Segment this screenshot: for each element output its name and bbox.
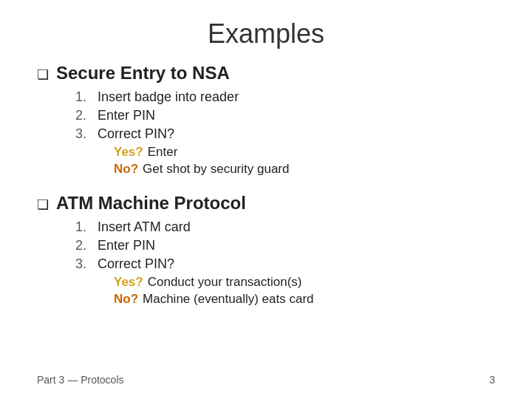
item-number: 3. [75, 256, 92, 272]
list-item: 3. Correct PIN? [75, 126, 495, 142]
section-nsa: ❏ Secure Entry to NSA 1. Insert badge in… [37, 63, 495, 177]
sub-item-no: No? Machine (eventually) eats card [114, 292, 495, 307]
section-atm-header: ❏ ATM Machine Protocol [37, 193, 495, 214]
list-item: 3. Correct PIN? [75, 256, 495, 272]
bullet-nsa: ❏ [37, 66, 49, 83]
no-label: No? [114, 292, 138, 307]
item-text: Correct PIN? [98, 126, 174, 142]
yes-label: Yes? [114, 275, 143, 290]
list-item: 1. Insert badge into reader [75, 89, 495, 105]
atm-list: 1. Insert ATM card 2. Enter PIN 3. Corre… [75, 219, 495, 307]
item-number: 3. [75, 126, 92, 142]
nsa-sub-items: Yes? Enter No? Get shot by security guar… [114, 145, 495, 177]
section-atm-title: ATM Machine Protocol [56, 193, 246, 214]
item-text: Enter PIN [98, 238, 155, 253]
sub-item-no: No? Get shot by security guard [114, 162, 495, 177]
no-text: Machine (eventually) eats card [143, 292, 314, 307]
no-text: Get shot by security guard [143, 162, 289, 177]
item-text: Correct PIN? [98, 256, 174, 272]
list-item: 2. Enter PIN [75, 238, 495, 253]
atm-sub-items: Yes? Conduct your transaction(s) No? Mac… [114, 275, 495, 307]
item-number: 1. [75, 219, 92, 235]
item-number: 2. [75, 108, 92, 123]
no-label: No? [114, 162, 138, 177]
item-number: 2. [75, 238, 92, 253]
section-atm: ❏ ATM Machine Protocol 1. Insert ATM car… [37, 193, 495, 307]
sub-item-yes: Yes? Conduct your transaction(s) [114, 275, 495, 290]
page-title: Examples [37, 18, 495, 50]
section-nsa-header: ❏ Secure Entry to NSA [37, 63, 495, 83]
list-item: 1. Insert ATM card [75, 219, 495, 235]
footer: Part 3 — Protocols 3 [37, 374, 495, 386]
bullet-atm: ❏ [37, 197, 49, 213]
footer-left: Part 3 — Protocols [37, 374, 124, 386]
sub-item-yes: Yes? Enter [114, 145, 495, 160]
yes-label: Yes? [114, 145, 143, 160]
item-text: Insert badge into reader [98, 89, 239, 105]
item-text: Enter PIN [98, 108, 155, 123]
page: Examples ❏ Secure Entry to NSA 1. Insert… [0, 0, 532, 399]
item-text: Insert ATM card [98, 219, 191, 235]
footer-right: 3 [489, 374, 495, 386]
yes-text: Conduct your transaction(s) [148, 275, 302, 290]
yes-text: Enter [148, 145, 178, 160]
nsa-list: 1. Insert badge into reader 2. Enter PIN… [75, 89, 495, 177]
item-number: 1. [75, 89, 92, 105]
list-item: 2. Enter PIN [75, 108, 495, 123]
section-nsa-title: Secure Entry to NSA [56, 63, 230, 83]
